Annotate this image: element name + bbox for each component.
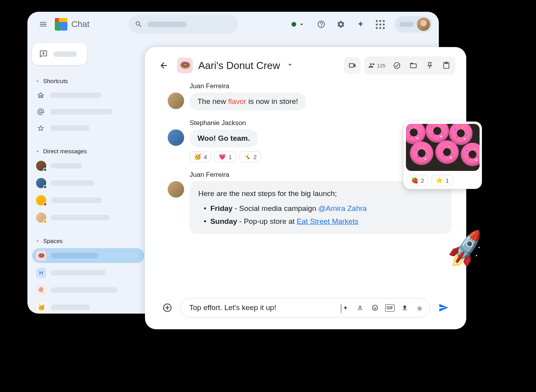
- reaction-chip[interactable]: 🤸2: [239, 151, 261, 162]
- space-icon: 🥳: [36, 302, 46, 312]
- list-item: Sunday - Pop-up store at Eat Street Mark…: [198, 215, 443, 228]
- members-button[interactable]: 125: [365, 62, 389, 69]
- status-busy-icon: [43, 202, 47, 206]
- space-title[interactable]: Aari's Donut Crew: [198, 60, 280, 72]
- back-button[interactable]: [156, 58, 172, 73]
- space-item-donut[interactable]: 🍩: [32, 248, 144, 263]
- shortcut-mentions[interactable]: [32, 105, 144, 119]
- space-icon: 🍩: [36, 250, 46, 261]
- new-chat-icon: [39, 50, 48, 58]
- input-value: Top effort. Let's keep it up!: [189, 303, 340, 312]
- upload-button[interactable]: [400, 304, 409, 312]
- message-bubble[interactable]: Here are the next steps for the big laun…: [190, 181, 451, 234]
- at-icon: [36, 107, 45, 116]
- add-attachment-button[interactable]: [160, 300, 175, 315]
- message: Juan Ferreira The new flavor is now in s…: [168, 82, 451, 111]
- status-active-icon: [292, 22, 296, 27]
- main-menu-button[interactable]: [34, 15, 53, 34]
- space-item-lollipop[interactable]: 🍭: [32, 283, 144, 298]
- dm-header[interactable]: Direct messages: [32, 146, 144, 156]
- apps-button[interactable]: [372, 16, 388, 32]
- chat-logo-icon: [54, 17, 68, 31]
- sender-avatar[interactable]: [168, 93, 184, 109]
- dm-item-1[interactable]: [32, 158, 144, 173]
- gif-button[interactable]: GIF: [385, 304, 395, 312]
- dm-item-3[interactable]: [32, 193, 144, 208]
- dm-item-4[interactable]: [32, 210, 144, 225]
- status-online-icon: [43, 168, 47, 172]
- reaction-chip[interactable]: ⭐1: [431, 175, 453, 186]
- topbar: Chat ✦: [27, 12, 439, 37]
- sender-name[interactable]: Juan Ferreira: [190, 82, 451, 90]
- shortcuts-section: Shortcuts: [32, 76, 144, 135]
- donut-image: [406, 124, 480, 171]
- account-button[interactable]: [395, 16, 433, 33]
- home-icon: [36, 91, 45, 100]
- app-name: Chat: [71, 19, 89, 29]
- reaction-chip[interactable]: 💗1: [214, 151, 236, 162]
- settings-button[interactable]: [333, 16, 349, 32]
- gemini-compose-button[interactable]: ✦: [340, 304, 350, 312]
- record-button[interactable]: ◉: [415, 304, 424, 312]
- send-button[interactable]: [436, 300, 451, 316]
- caret-down-icon: [35, 149, 40, 154]
- caret-down-icon: [35, 79, 40, 83]
- tasks-button[interactable]: [389, 57, 405, 74]
- app-logo: Chat: [54, 17, 89, 31]
- star-icon: [36, 123, 45, 133]
- search-input[interactable]: [129, 15, 238, 33]
- composer-tools: ✦ GIF ◉: [340, 304, 424, 312]
- space-item-party[interactable]: 🥳: [32, 300, 144, 314]
- toolbar-group: 125: [364, 56, 455, 74]
- dm-item-2[interactable]: [32, 176, 144, 191]
- dm-section: Direct messages: [32, 146, 144, 225]
- search-icon: [135, 20, 143, 28]
- reaction-chip[interactable]: 🍓2: [407, 175, 428, 186]
- image-attachment-card[interactable]: 🍓2 ⭐1: [404, 122, 482, 189]
- video-call-button[interactable]: [344, 57, 360, 74]
- gemini-button[interactable]: ✦: [353, 16, 368, 32]
- space-item-h[interactable]: H: [32, 265, 144, 280]
- files-button[interactable]: [405, 57, 422, 74]
- shortcut-home[interactable]: [32, 88, 144, 102]
- message-bubble[interactable]: The new flavor is now in store!: [190, 93, 306, 111]
- caret-down-icon: [35, 239, 40, 243]
- pin-button[interactable]: [422, 57, 438, 74]
- external-link[interactable]: Eat Street Markets: [297, 217, 358, 225]
- apps-grid-icon: [376, 20, 385, 29]
- sidebar: Shortcuts Direct messages Spaces 🍩 H 🍭: [27, 37, 149, 314]
- reaction-chip[interactable]: 🥳4: [190, 151, 211, 162]
- search-placeholder: [147, 22, 187, 27]
- people-icon: [368, 62, 376, 69]
- space-icon: 🍭: [36, 285, 46, 295]
- space-menu-button[interactable]: [286, 60, 294, 71]
- avatar: [36, 195, 46, 205]
- reaction-bar: 🍓2 ⭐1: [406, 174, 480, 187]
- spaces-section: Spaces 🍩 H 🍭 🥳: [32, 236, 144, 314]
- space-icon: H: [36, 268, 46, 278]
- sender-avatar[interactable]: [168, 129, 184, 146]
- chevron-down-icon: [299, 21, 305, 27]
- message-input[interactable]: Top effort. Let's keep it up! ✦ GIF ◉: [180, 298, 430, 318]
- emoji-button[interactable]: [370, 304, 380, 312]
- status-selector[interactable]: [287, 18, 310, 31]
- shortcuts-header[interactable]: Shortcuts: [32, 76, 144, 86]
- clipboard-button[interactable]: [438, 57, 455, 74]
- status-away-icon: [43, 220, 47, 223]
- avatar: [36, 161, 46, 171]
- message-bubble[interactable]: Woo! Go team.: [190, 129, 258, 147]
- format-button[interactable]: [355, 304, 365, 312]
- chat-header: 🍩 Aari's Donut Crew 125: [156, 56, 455, 74]
- new-chat-button[interactable]: [32, 43, 87, 65]
- sender-avatar[interactable]: [168, 181, 184, 198]
- help-button[interactable]: [313, 16, 329, 32]
- topbar-actions: ✦: [287, 16, 433, 33]
- shortcut-starred[interactable]: [32, 121, 144, 135]
- spaces-header[interactable]: Spaces: [32, 236, 144, 246]
- sparkle-icon: ✦: [357, 19, 364, 29]
- avatar: [36, 212, 46, 223]
- status-online-icon: [43, 185, 47, 189]
- mention-link[interactable]: @Amira Zahra: [318, 204, 367, 212]
- list-item: Friday - Social media campaign @Amira Za…: [198, 202, 443, 215]
- user-avatar: [417, 18, 430, 31]
